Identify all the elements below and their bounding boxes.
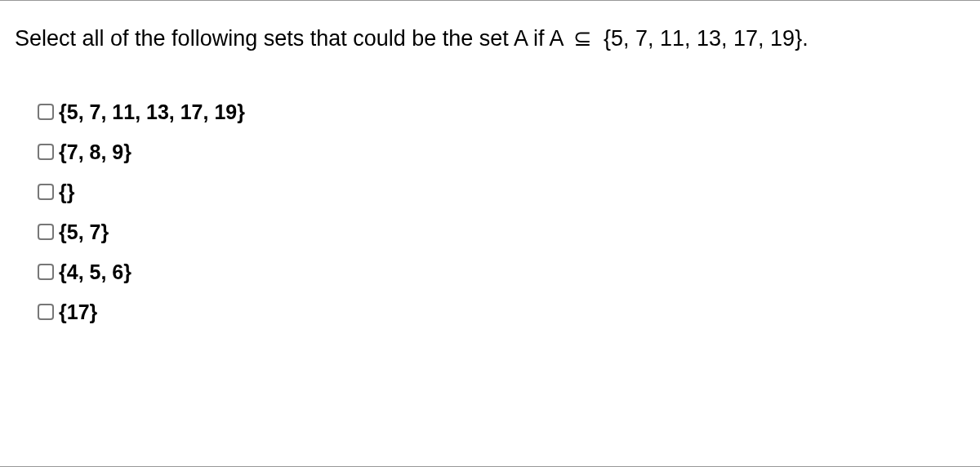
question-container: Select all of the following sets that co… bbox=[0, 0, 980, 467]
option-checkbox-1[interactable] bbox=[38, 144, 54, 160]
options-list: {5, 7, 11, 13, 17, 19} {7, 8, 9} {} {5, … bbox=[15, 102, 965, 322]
option-checkbox-0[interactable] bbox=[38, 104, 54, 120]
option-row[interactable]: {7, 8, 9} bbox=[38, 142, 965, 162]
subset-symbol: ⊆ bbox=[568, 26, 597, 51]
option-label: {17} bbox=[59, 302, 97, 322]
option-row[interactable]: {} bbox=[38, 182, 965, 202]
option-label: {5, 7} bbox=[59, 222, 109, 242]
option-label: {4, 5, 6} bbox=[59, 262, 131, 282]
option-label: {} bbox=[59, 182, 74, 202]
option-row[interactable]: {17} bbox=[38, 302, 965, 322]
question-prefix: Select all of the following sets that co… bbox=[15, 26, 568, 51]
option-row[interactable]: {5, 7} bbox=[38, 222, 965, 242]
option-label: {7, 8, 9} bbox=[59, 142, 131, 162]
question-text: Select all of the following sets that co… bbox=[15, 24, 965, 55]
option-checkbox-5[interactable] bbox=[38, 304, 54, 320]
option-checkbox-2[interactable] bbox=[38, 184, 54, 200]
option-label: {5, 7, 11, 13, 17, 19} bbox=[59, 102, 245, 122]
option-row[interactable]: {5, 7, 11, 13, 17, 19} bbox=[38, 102, 965, 122]
question-suffix: {5, 7, 11, 13, 17, 19}. bbox=[597, 26, 808, 51]
option-row[interactable]: {4, 5, 6} bbox=[38, 262, 965, 282]
option-checkbox-4[interactable] bbox=[38, 264, 54, 280]
option-checkbox-3[interactable] bbox=[38, 224, 54, 240]
